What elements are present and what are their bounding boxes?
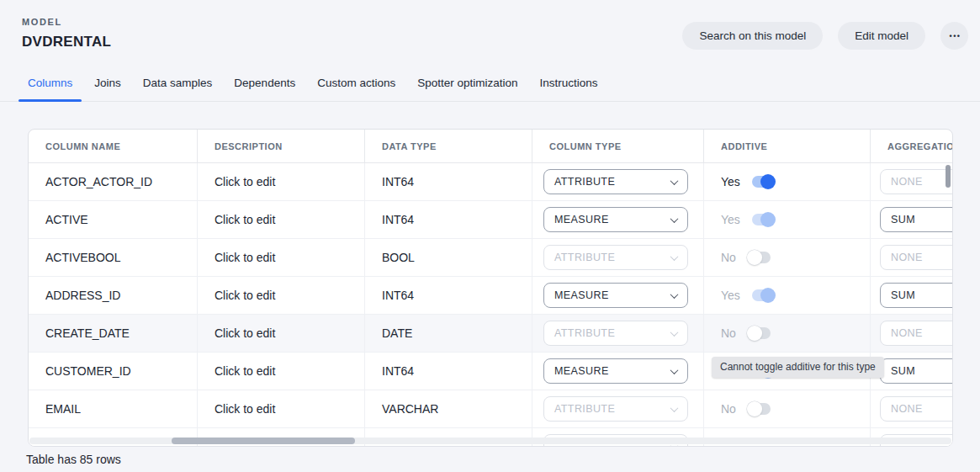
description-editable[interactable]: Click to edit: [215, 175, 275, 188]
header-actions: Search on this model Edit model •••: [682, 22, 968, 50]
chevron-down-icon: [670, 215, 679, 223]
edit-model-button[interactable]: Edit model: [838, 22, 925, 50]
column-type-dropdown: ATTRIBUTE: [543, 396, 688, 422]
aggregation-value: NONE: [891, 176, 923, 188]
table-body: ACTOR_ACTOR_IDClick to editINT64ATTRIBUT…: [29, 163, 952, 447]
tab-columns[interactable]: Columns: [19, 71, 82, 101]
more-options-button[interactable]: •••: [940, 22, 968, 50]
description-editable[interactable]: Click to edit: [215, 326, 275, 340]
column-header: DATA TYPE: [365, 130, 532, 162]
column-type-dropdown[interactable]: MEASURE: [543, 358, 688, 384]
column-name: ACTIVEBOOL: [45, 251, 120, 264]
column-type-value: ATTRIBUTE: [554, 252, 615, 263]
description-editable[interactable]: Click to edit: [215, 402, 275, 416]
aggregation-dropdown: NONE: [880, 396, 953, 422]
column-name: ACTOR_ACTOR_ID: [45, 175, 152, 188]
column-name: ACTIVE: [45, 213, 88, 226]
toggle-knob: [760, 174, 776, 189]
column-type-dropdown[interactable]: MEASURE: [543, 207, 688, 232]
column-header: AGGREGATION: [871, 130, 953, 162]
additive-toggle: [752, 214, 775, 225]
aggregation-value: NONE: [891, 252, 923, 263]
table-row: ACTOR_ACTOR_IDClick to editINT64ATTRIBUT…: [29, 163, 953, 201]
description-editable[interactable]: Click to edit: [215, 289, 275, 302]
tab-data-samples[interactable]: Data samples: [134, 71, 222, 101]
page-title: DVDRENTAL: [22, 34, 111, 50]
column-name: ADDRESS_ID: [45, 289, 120, 302]
tab-bar: ColumnsJoinsData samplesDependentsCustom…: [0, 71, 980, 102]
column-type-value: MEASURE: [554, 289, 609, 301]
model-eyebrow-label: MODEL: [22, 17, 62, 27]
additive-toggle[interactable]: [752, 176, 775, 188]
aggregation-dropdown: NONE: [880, 169, 953, 194]
additive-toggle: [752, 289, 775, 301]
additive-label: No: [721, 326, 736, 340]
aggregation-dropdown: NONE: [880, 321, 953, 346]
column-name: CUSTOMER_ID: [45, 364, 131, 378]
column-name: EMAIL: [45, 402, 81, 416]
chevron-down-icon: [670, 328, 679, 337]
vertical-scrollbar-thumb[interactable]: [946, 165, 951, 188]
search-on-model-button[interactable]: Search on this model: [682, 22, 823, 50]
table-row: EMAILClick to editVARCHARATTRIBUTENoNONE: [29, 390, 953, 428]
tab-custom-actions[interactable]: Custom actions: [308, 71, 405, 101]
toggle-knob: [747, 326, 762, 341]
data-type: BOOL: [382, 251, 415, 264]
additive-label: Yes: [721, 213, 740, 226]
column-header: COLUMN NAME: [29, 130, 198, 162]
column-header: ADDITIVE: [704, 130, 871, 162]
tab-instructions[interactable]: Instructions: [531, 71, 607, 101]
aggregation-value: NONE: [891, 327, 923, 339]
table-row: ACTIVEClick to editINT64MEASUREYesSUM: [29, 201, 953, 239]
additive-label: No: [721, 402, 736, 416]
horizontal-scrollbar-thumb[interactable]: [172, 438, 355, 444]
chevron-down-icon: [670, 366, 679, 374]
column-header: COLUMN TYPE: [532, 130, 704, 162]
column-type-value: ATTRIBUTE: [554, 403, 615, 415]
data-type: DATE: [382, 326, 412, 340]
column-header: DESCRIPTION: [198, 130, 365, 162]
additive-label: Yes: [721, 289, 740, 302]
tab-dependents[interactable]: Dependents: [225, 71, 305, 101]
chevron-down-icon: [670, 177, 679, 185]
column-type-value: MEASURE: [554, 214, 609, 225]
data-type: VARCHAR: [382, 402, 438, 416]
column-type-dropdown: ATTRIBUTE: [543, 321, 688, 346]
aggregation-dropdown[interactable]: SUM: [880, 283, 953, 308]
toggle-knob: [747, 401, 762, 416]
column-type-value: ATTRIBUTE: [554, 327, 615, 339]
aggregation-dropdown[interactable]: SUM: [880, 207, 953, 232]
toggle-knob: [747, 250, 762, 265]
chevron-down-icon: [670, 252, 679, 261]
tab-spotter-optimization[interactable]: Spotter optimization: [408, 71, 527, 101]
data-type: INT64: [382, 175, 414, 188]
columns-table: COLUMN NAMEDESCRIPTIONDATA TYPECOLUMN TY…: [28, 129, 953, 447]
additive-toggle: [748, 252, 771, 263]
table-row-count: Table has 85 rows: [26, 453, 121, 466]
toggle-knob: [760, 212, 776, 227]
description-editable[interactable]: Click to edit: [215, 213, 275, 226]
aggregation-value: SUM: [891, 214, 915, 225]
column-type-dropdown: ATTRIBUTE: [543, 245, 688, 270]
table-row: ACTIVEBOOLClick to editBOOLATTRIBUTENoNO…: [29, 239, 953, 277]
tab-joins[interactable]: Joins: [85, 71, 130, 101]
data-type: INT64: [382, 289, 414, 302]
table-row: CREATE_DATEClick to editDATEATTRIBUTENoN…: [29, 315, 953, 353]
description-editable[interactable]: Click to edit: [215, 251, 275, 264]
column-type-dropdown[interactable]: MEASURE: [543, 283, 688, 308]
toggle-knob: [760, 288, 776, 303]
column-type-value: ATTRIBUTE: [554, 176, 615, 188]
description-editable[interactable]: Click to edit: [215, 364, 275, 378]
column-name: CREATE_DATE: [45, 326, 130, 340]
data-type: INT64: [382, 364, 414, 378]
horizontal-scrollbar[interactable]: [29, 438, 951, 444]
aggregation-value: SUM: [891, 289, 915, 301]
table-row: ADDRESS_IDClick to editINT64MEASUREYesSU…: [29, 277, 953, 315]
additive-toggle: [748, 403, 771, 415]
additive-tooltip: Cannot toggle additive for this type: [712, 357, 884, 378]
chevron-down-icon: [670, 290, 679, 299]
table-header-row: COLUMN NAMEDESCRIPTIONDATA TYPECOLUMN TY…: [29, 130, 953, 163]
aggregation-value: SUM: [891, 365, 915, 377]
column-type-dropdown[interactable]: ATTRIBUTE: [543, 169, 688, 194]
aggregation-dropdown[interactable]: SUM: [880, 358, 953, 384]
